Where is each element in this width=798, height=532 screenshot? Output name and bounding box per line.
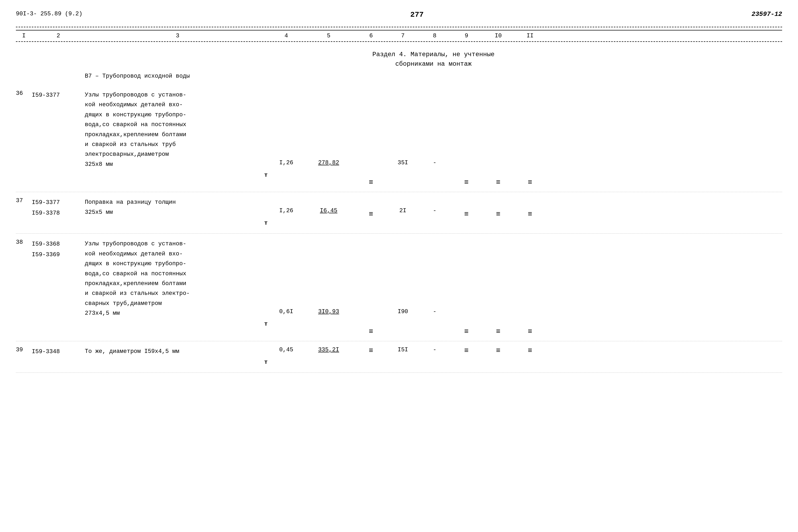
col-header-7: 7 — [387, 33, 419, 39]
row-code: I59-3377 — [32, 90, 85, 101]
top-separator — [16, 27, 782, 27]
col-header-9: 9 — [450, 33, 482, 39]
row-col11: ≡ — [514, 197, 546, 218]
row-col8: - — [419, 239, 450, 315]
row-price: 335,2I — [302, 346, 355, 353]
row-number: 39 — [16, 346, 32, 353]
row-col7: I90 — [387, 239, 419, 315]
col-header-2: 2 — [32, 33, 85, 39]
rows-container: 36I59-3377Узлы трубопроводов с установ-к… — [16, 85, 782, 373]
row-price: 278,82 — [302, 90, 355, 166]
table-row: 37I59-3377I59-3378Поправка на разницу то… — [16, 192, 782, 234]
row-col7: 2I — [387, 197, 419, 214]
row-col10: ≡ — [482, 90, 514, 187]
row-col7: 35I — [387, 90, 419, 166]
row-number: 36 — [16, 90, 32, 97]
header-right: 23597-12 — [751, 11, 782, 18]
row-description: Узлы трубопроводов с установ-кой необход… — [85, 239, 270, 329]
col-header-11: II — [514, 33, 546, 39]
table-row: 39I59-3348То же, диаметром I59x4,5 ммт0,… — [16, 341, 782, 373]
col-header-6: 6 — [355, 33, 387, 39]
row-col6: ≡ — [355, 197, 387, 218]
row-code: I59-3348 — [32, 346, 85, 357]
table-row: 36I59-3377Узлы трубопроводов с установ-к… — [16, 85, 782, 192]
row-col10: ≡ — [482, 239, 514, 336]
header-left: 90I-3- 255.89 (9.2) — [16, 11, 82, 17]
row-qty: I,26 — [270, 197, 302, 214]
row-qty: 0,6I — [270, 239, 302, 315]
row-col11: ≡ — [514, 239, 546, 336]
row-col10: ≡ — [482, 197, 514, 218]
col-header-4: 4 — [270, 33, 302, 39]
row-description: Узлы трубопроводов с установ-кой необход… — [85, 90, 270, 180]
row-col8: - — [419, 346, 450, 353]
row-qty: 0,45 — [270, 346, 302, 353]
row-col8: - — [419, 90, 450, 166]
col-header-1: I — [16, 33, 32, 39]
col-header-3: 3 — [85, 33, 270, 39]
row-col9: ≡ — [450, 90, 482, 187]
row-number: 38 — [16, 239, 32, 246]
col-header-5: 5 — [302, 33, 355, 39]
col-header-10: I0 — [482, 33, 514, 39]
column-headers-row: I 2 3 4 5 6 7 8 9 I0 II — [16, 30, 782, 42]
row-number: 37 — [16, 197, 32, 204]
row-col6: ≡ — [355, 90, 387, 187]
row-description: То же, диаметром I59x4,5 ммт — [85, 346, 270, 367]
row-qty: I,26 — [270, 90, 302, 166]
row-code: I59-3377I59-3378 — [32, 197, 85, 218]
row-price: 3I0,93 — [302, 239, 355, 315]
section-header: Раздел 4. Материалы, не учтенные сборник… — [85, 50, 782, 69]
row-price: I6,45 — [302, 197, 355, 214]
table-row: 38I59-3368I59-3369Узлы трубопроводов с у… — [16, 234, 782, 341]
row-col8: - — [419, 197, 450, 214]
row-code: I59-3368I59-3369 — [32, 239, 85, 260]
row-col11: ≡ — [514, 90, 546, 187]
row-col7: I5I — [387, 346, 419, 353]
header-center: 277 — [410, 11, 424, 19]
row-col10: ≡ — [482, 346, 514, 355]
col-header-8: 8 — [419, 33, 450, 39]
row-col9: ≡ — [450, 346, 482, 355]
row-col6: ≡ — [355, 239, 387, 336]
row-col6: ≡ — [355, 346, 387, 355]
row-col9: ≡ — [450, 239, 482, 336]
row-col9: ≡ — [450, 197, 482, 218]
row-col11: ≡ — [514, 346, 546, 355]
subsection-header: B7 – Трубопровод исходной воды — [85, 73, 782, 79]
row-description: Поправка на разницу толщин325x5 ммт — [85, 197, 270, 228]
